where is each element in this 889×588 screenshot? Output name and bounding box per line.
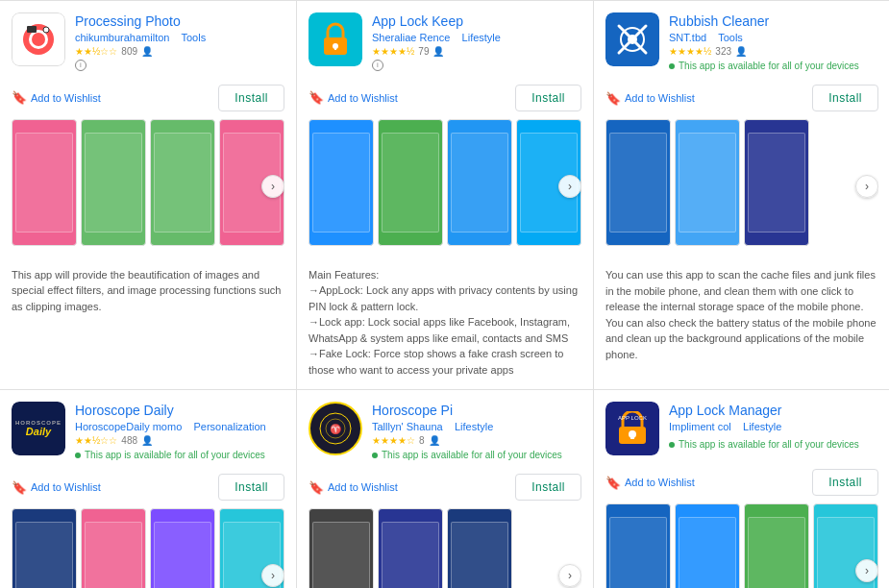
screenshot-thumbnail [447,508,512,588]
app-header: App Lock Keep Sheraliae Rence Lifestyle … [309,12,581,71]
action-row: 🔖 Add to Wishlist Install [309,85,581,111]
app-name[interactable]: App Lock Manager [669,402,878,419]
star-rating: ★★★★☆ [372,435,415,446]
app-icon: HOROSCOPE Daily [12,402,65,455]
add-to-wishlist-button[interactable]: 🔖 Add to Wishlist [605,89,695,108]
add-to-wishlist-button[interactable]: 🔖 Add to Wishlist [309,88,398,107]
app-category[interactable]: Lifestyle [462,32,501,43]
app-author[interactable]: Impliment col [669,421,731,432]
app-name[interactable]: Horoscope Pi [372,402,581,419]
screenshot-thumbnail [744,119,809,246]
availability-dot [669,63,675,69]
carousel-next-arrow[interactable]: › [261,564,284,587]
rating-count: 79 [418,46,429,57]
wishlist-icon: 🔖 [309,90,324,105]
star-rating: ★★½☆☆ [75,435,117,446]
app-name[interactable]: Rubbish Cleaner [669,12,878,30]
app-header: Rubbish Cleaner SNT.tbd Tools ★★★★½ 323 … [605,12,878,71]
info-icon: i [75,60,86,71]
rating-row: ★★★★½ 79 👤 [372,46,581,57]
screenshot-thumbnail [447,119,512,246]
app-category[interactable]: Tools [718,32,743,43]
install-button[interactable]: Install [218,85,284,111]
install-button[interactable]: Install [812,469,878,496]
carousel-next-arrow[interactable]: › [855,559,878,582]
app-meta: Horoscope Pi Talllyn' Shauna Lifestyle ★… [372,402,581,460]
person-icon: 👤 [141,435,153,446]
install-button[interactable]: Install [218,474,284,501]
carousel-next-arrow[interactable]: › [558,564,581,587]
app-author-category: SNT.tbd Tools [669,32,878,43]
rating-row: ★★★★½ 323 👤 [669,46,878,57]
availability-notice: This app is available for all of your de… [75,450,284,460]
app-header: HOROSCOPE Daily Horoscope Daily Horoscop… [12,402,284,460]
app-meta: App Lock Keep Sheraliae Rence Lifestyle … [372,12,581,71]
availability-notice: This app is available for all of your de… [669,61,878,71]
action-row: 🔖 Add to Wishlist Install [605,469,878,496]
star-rating: ★★½☆☆ [75,46,117,57]
availability-text: This app is available for all of your de… [679,439,859,450]
app-name[interactable]: Horoscope Daily [75,402,284,419]
app-category[interactable]: Personalization [194,421,266,432]
screenshot-thumbnail [12,508,77,588]
rating-count: 8 [419,435,425,446]
app-author[interactable]: Talllyn' Shauna [372,421,443,432]
person-icon: 👤 [432,46,444,57]
app-icon [309,12,362,66]
svg-text:♈: ♈ [330,423,342,435]
wishlist-label: Add to Wishlist [31,481,101,493]
wishlist-icon: 🔖 [12,90,27,105]
carousel-next-arrow[interactable]: › [855,175,878,198]
screenshot-area: › [309,119,581,254]
star-rating: ★★★★½ [669,46,711,57]
wishlist-label: Add to Wishlist [328,481,398,493]
add-to-wishlist-button[interactable]: 🔖 Add to Wishlist [605,474,695,492]
app-category[interactable]: Lifestyle [455,421,493,432]
wishlist-label: Add to Wishlist [625,477,695,488]
install-button[interactable]: Install [515,474,581,501]
screenshot-scroll [309,508,581,588]
action-row: 🔖 Add to Wishlist Install [605,85,878,111]
svg-point-11 [628,35,637,44]
star-rating: ★★★★½ [372,46,414,57]
svg-point-2 [32,33,45,46]
wishlist-icon: 🔖 [12,480,27,495]
app-author-category: chikumburahamilton Tools [75,32,284,43]
app-icon [12,12,65,66]
action-row: 🔖 Add to Wishlist Install [12,85,284,111]
carousel-next-arrow[interactable]: › [558,175,581,198]
app-author[interactable]: chikumburahamilton [75,32,169,43]
carousel-next-arrow[interactable]: › [261,175,284,198]
screenshot-thumbnail [378,119,443,246]
screenshot-thumbnail [150,119,215,246]
app-category[interactable]: Tools [181,32,206,43]
app-author[interactable]: HoroscopeDaily momo [75,421,182,432]
app-author[interactable]: Sheraliae Rence [372,32,450,43]
app-meta: Horoscope Daily HoroscopeDaily momo Pers… [75,402,284,460]
wishlist-icon: 🔖 [605,91,621,106]
screenshot-area: › [605,503,878,588]
availability-text: This app is available for all of your de… [679,61,859,71]
app-name[interactable]: Processing Photo [75,12,284,30]
person-icon: 👤 [141,46,153,57]
app-category[interactable]: Lifestyle [743,421,781,432]
add-to-wishlist-button[interactable]: 🔖 Add to Wishlist [12,88,101,107]
info-icon: i [372,60,383,71]
app-name[interactable]: App Lock Keep [372,12,581,30]
app-author[interactable]: SNT.tbd [669,32,706,43]
app-card-processing-photo: Processing Photo chikumburahamilton Tool… [0,1,297,390]
add-to-wishlist-button[interactable]: 🔖 Add to Wishlist [12,478,101,497]
app-header: Processing Photo chikumburahamilton Tool… [12,12,284,71]
rating-count: 488 [121,435,137,446]
availability-notice: This app is available for all of your de… [669,439,878,450]
wishlist-label: Add to Wishlist [31,92,101,104]
rating-row: ★★★★☆ 8 👤 [372,435,581,446]
install-button[interactable]: Install [515,85,581,111]
availability-dot [75,453,81,458]
add-to-wishlist-button[interactable]: 🔖 Add to Wishlist [309,478,398,497]
screenshot-thumbnail [309,119,374,246]
screenshot-area: › [12,508,284,588]
screenshot-thumbnail [309,508,374,588]
screenshot-area: › [605,119,878,254]
install-button[interactable]: Install [812,85,878,111]
